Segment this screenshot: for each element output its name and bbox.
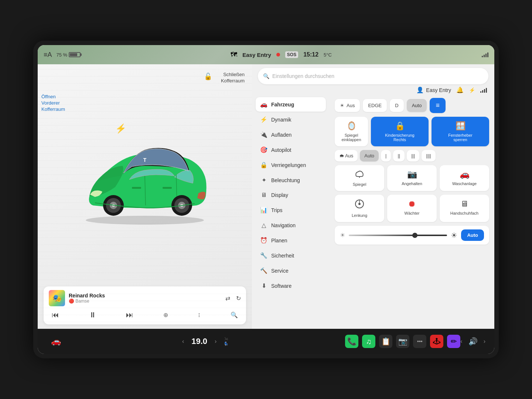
nav-label-planen: Planen	[271, 238, 287, 243]
svg-rect-3	[132, 187, 141, 189]
nav-item-verriegelungen[interactable]: 🔒 Verriegelungen	[256, 158, 326, 172]
handschuhfach-btn[interactable]: 🖥 Handschuhfach	[440, 195, 489, 222]
camera-app-icon: 📷	[398, 337, 407, 346]
seat-icon: 💺	[224, 342, 228, 346]
camera-app[interactable]: 📷	[396, 335, 409, 348]
nav-item-service[interactable]: 🔨 Service	[256, 263, 326, 278]
btn-highbeam[interactable]: ≡	[430, 98, 446, 113]
nav-label-sicherheit: Sicherheit	[271, 253, 294, 259]
nav-item-autopilot[interactable]: 🎯 Autopilot	[256, 143, 326, 157]
nav-item-aufladen[interactable]: 🔌 Aufladen	[256, 127, 326, 142]
files-icon: 📋	[381, 337, 391, 346]
fensterheber-btn[interactable]: 🪟 Fensterheber sperren	[432, 117, 489, 146]
brightness-slider[interactable]	[349, 235, 447, 236]
svg-text:T: T	[143, 157, 147, 163]
brightness-thumb[interactable]	[412, 233, 417, 238]
steering-icon	[355, 199, 364, 211]
search-placeholder: Einstellungen durchsuchen	[272, 73, 334, 79]
window-lock-icon: 🪟	[456, 121, 466, 131]
wiper-aus-btn[interactable]: 🌧 Aus	[335, 150, 358, 161]
nav-item-software[interactable]: ⬇ Software	[256, 279, 326, 293]
spotify-app[interactable]: ♫	[362, 335, 375, 348]
signal-bar-4	[487, 52, 488, 57]
search-bar[interactable]: 🔍 Einstellungen durchsuchen	[258, 68, 488, 84]
record-indicator	[276, 53, 280, 57]
car-bottom-icon: 🚗	[51, 337, 61, 346]
notification-icon[interactable]: 🔔	[456, 86, 464, 93]
angehalten-btn[interactable]: 📷 Angehalten	[387, 165, 437, 191]
nav-menu: 🚗 Fahrzeug ⚡ Dynamik 🔌 Aufladen 🎯	[252, 95, 330, 329]
fensterheber-label: Fensterheber sperren	[448, 133, 472, 142]
btn-edge[interactable]: EDGE	[363, 99, 387, 112]
auto-brightness-btn[interactable]: Auto	[461, 229, 484, 241]
nav-item-trips[interactable]: 📊 Trips	[256, 203, 326, 217]
nav-label-autopilot: Autopilot	[271, 147, 291, 153]
waschanlage-btn[interactable]: 🚗 Waschanlage	[440, 165, 489, 191]
wiper-speed2-btn[interactable]: ||	[393, 150, 405, 161]
mirror-icon	[355, 170, 364, 180]
kindersicherung-label: Kindersicherung Rechts	[385, 133, 415, 142]
bottom-bar: 🚗 ‹ 19.0 › 🌬 💺 📞 ♫	[38, 329, 494, 354]
lenkung-btn[interactable]: Lenkung	[335, 195, 384, 222]
nav-item-display[interactable]: 🖥 Display	[256, 188, 326, 202]
btn-d[interactable]: D	[390, 99, 403, 112]
wiper-speed1-btn[interactable]: |	[381, 150, 391, 161]
record-feat-icon: ⏺	[408, 199, 416, 209]
bottom-car-icon[interactable]: 🚗	[47, 337, 65, 346]
open-front-trunk-label[interactable]: Öffnen Vorderer Kofferraum	[41, 94, 65, 113]
lock-icon[interactable]: 🔓	[204, 72, 212, 81]
waechter-btn[interactable]: ⏺ Wächter	[387, 195, 437, 222]
files-app[interactable]: 📋	[379, 335, 392, 348]
wiper-speed4-btn[interactable]: ||||	[422, 150, 436, 161]
nav-item-sicherheit[interactable]: 🔧 Sicherheit	[256, 248, 326, 263]
kindersicherung-btn[interactable]: 🔒 Kindersicherung Rechts	[371, 117, 429, 146]
volume-arrow-left[interactable]: ‹	[460, 338, 462, 345]
nav-label-trips: Trips	[271, 207, 283, 213]
settings-body: 🚗 Fahrzeug ⚡ Dynamik 🔌 Aufladen 🎯	[252, 95, 494, 329]
game-app[interactable]: 🕹	[430, 335, 443, 348]
status-bar: ≡A 75 % 🗺 Easy Entry SOS 15:12 5°C	[38, 45, 494, 64]
brightness-sun-bright-icon: ☀	[451, 231, 457, 240]
btn-aus-lighting[interactable]: ☀ Aus	[335, 99, 360, 112]
nav-label-navigation: Navigation	[271, 222, 296, 228]
nav-item-dynamik[interactable]: ⚡ Dynamik	[256, 112, 326, 127]
nav-item-fahrzeug[interactable]: 🚗 Fahrzeug	[256, 97, 326, 112]
screen-bezel: ≡A 75 % 🗺 Easy Entry SOS 15:12 5°C	[33, 41, 499, 358]
spiegel-btn[interactable]: Spiegel	[335, 165, 384, 191]
service-icon: 🔨	[260, 267, 267, 274]
wiper-speed3-btn[interactable]: |||	[407, 150, 419, 161]
volume-icon[interactable]: 🔊	[468, 337, 478, 346]
beleuchtung-icon: ✦	[260, 177, 267, 184]
camera-feat-icon: 📷	[407, 170, 417, 179]
wiper-icon: 🌧	[339, 153, 344, 158]
wiper-auto-btn[interactable]: Auto	[360, 150, 379, 161]
temp-arrow-right[interactable]: ›	[215, 338, 216, 345]
btn-auto-lighting[interactable]: Auto	[407, 99, 427, 112]
nav-item-navigation[interactable]: △ Navigation	[256, 218, 326, 232]
app-tray: 📞 ♫ 📋 📷 ••• 🕹 ✏	[345, 335, 460, 348]
user-icon: 👤	[416, 86, 424, 93]
temp-arrow-left[interactable]: ‹	[182, 338, 184, 345]
planen-icon: ⏰	[260, 237, 267, 244]
close-trunk-label[interactable]: Schließen Kofferraum	[221, 72, 245, 84]
volume-arrow-right[interactable]: ›	[484, 338, 485, 345]
glovebox-icon: 🖥	[460, 199, 468, 209]
nav-label-service: Service	[271, 268, 289, 274]
edit-app[interactable]: ✏	[447, 335, 460, 348]
bottom-center: ‹ 19.0 › 🌬 💺	[65, 337, 345, 346]
more-apps[interactable]: •••	[413, 335, 426, 348]
nav-item-planen[interactable]: ⏰ Planen	[256, 233, 326, 248]
phone-app[interactable]: 📞	[345, 335, 358, 348]
trips-icon: 📊	[260, 207, 267, 214]
hvac-icon-bottom: 🌬	[224, 337, 228, 341]
left-panel: Schließen Kofferraum 🔓 Öffnen Vorderer K…	[38, 64, 252, 329]
status-right	[482, 52, 488, 57]
bluetooth-icon[interactable]: ⚡	[469, 87, 475, 93]
spiegel-einklappen-btn[interactable]: 🪞 Spiegel einklappen	[335, 117, 368, 146]
sun-icon: ☀	[340, 103, 344, 108]
navigation-icon: △	[260, 222, 267, 229]
wiper-speed3-icon: |||	[411, 153, 415, 158]
wiper-speed1-icon: |	[385, 153, 386, 158]
nav-item-beleuchtung[interactable]: ✦ Beleuchtung	[256, 173, 326, 187]
feature-row-1: Spiegel 📷 Angehalten 🚗 Waschanlage	[335, 165, 489, 191]
